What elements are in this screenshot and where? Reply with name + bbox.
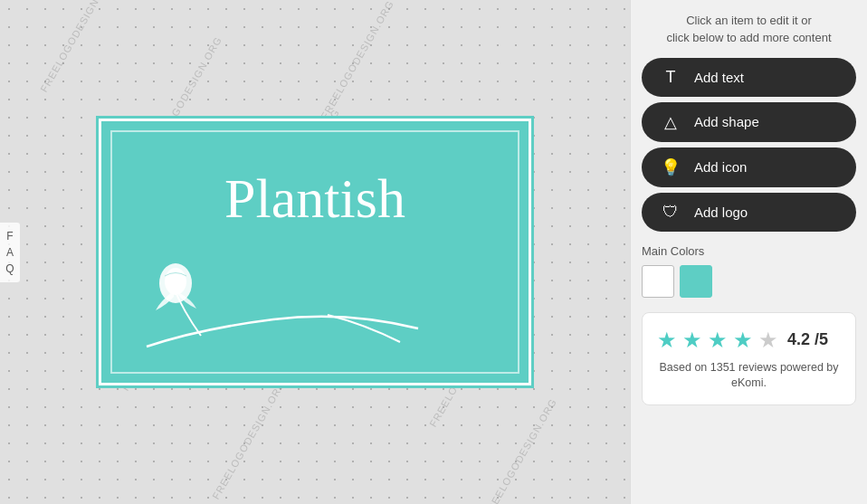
color-swatch-white[interactable]: [642, 265, 674, 298]
color-swatch-teal[interactable]: [680, 265, 712, 298]
action-buttons: T Add text △ Add shape 💡 Add icon 🛡 Add …: [631, 58, 867, 232]
faq-q: Q: [5, 262, 14, 275]
faq-a: A: [6, 246, 14, 259]
right-panel: Click an item to edit it or click below …: [630, 0, 867, 504]
star-4: ★: [733, 328, 753, 353]
instruction-line1: Click an item to edit it or: [686, 14, 812, 27]
canvas-area[interactable]: FREELOGODESIGN.ORG FREELOGODESIGN.ORG FR…: [0, 0, 630, 504]
svg-point-1: [165, 268, 186, 295]
add-icon-label: Add icon: [694, 159, 747, 175]
star-1: ★: [657, 328, 677, 353]
text-icon: T: [660, 68, 681, 87]
reviews-card: ★ ★ ★ ★ ★ 4.2 /5 Based on 1351 reviews p…: [642, 312, 856, 405]
add-text-label: Add text: [694, 70, 744, 85]
logo-plant-svg: [129, 238, 436, 356]
rating-number: 4.2 /5: [787, 330, 828, 349]
main-colors-section: Main Colors: [631, 232, 867, 305]
shield-icon: 🛡: [660, 203, 681, 222]
watermark-8: FREELOGODESIGN.ORG: [210, 378, 287, 500]
logo-text[interactable]: Plantish: [101, 166, 529, 231]
faq-sidebar[interactable]: F A Q: [0, 223, 20, 282]
watermark-5: FREELOGODESIGN.ORG: [319, 0, 395, 121]
main-colors-label: Main Colors: [642, 244, 856, 258]
star-5: ★: [758, 328, 778, 353]
faq-f: F: [6, 230, 13, 242]
shape-icon: △: [660, 112, 681, 132]
add-logo-label: Add logo: [694, 204, 748, 220]
instruction-text: Click an item to edit it or click below …: [631, 0, 867, 58]
lightbulb-icon: 💡: [660, 157, 681, 177]
add-icon-button[interactable]: 💡 Add icon: [642, 147, 856, 187]
instruction-line2: click below to add more content: [666, 31, 831, 44]
star-2: ★: [682, 328, 702, 353]
logo-card[interactable]: Plantish: [99, 119, 531, 385]
color-swatches: [642, 265, 856, 298]
watermark-1: FREELOGODESIGN.ORG: [38, 0, 115, 94]
add-shape-label: Add shape: [694, 114, 759, 129]
add-shape-button[interactable]: △ Add shape: [642, 102, 856, 142]
add-text-button[interactable]: T Add text: [642, 58, 856, 97]
stars-row: ★ ★ ★ ★ ★ 4.2 /5: [657, 328, 841, 353]
watermark-9: FREELOGODESIGN.ORG: [481, 396, 558, 504]
reviews-text: Based on 1351 reviews powered by eKomi.: [657, 360, 841, 392]
star-3: ★: [708, 328, 728, 353]
add-logo-button[interactable]: 🛡 Add logo: [642, 193, 856, 232]
